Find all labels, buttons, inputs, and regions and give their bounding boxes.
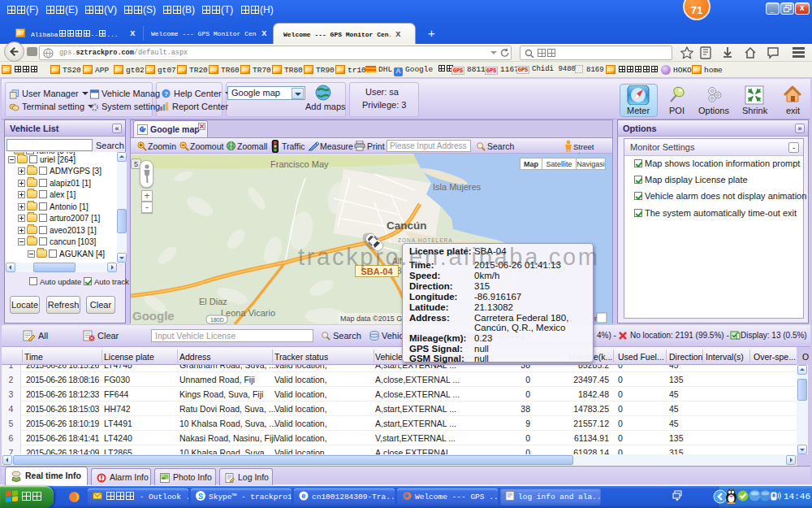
svg-text:Google: Google bbox=[132, 309, 175, 323]
svg-text:Francisco May: Francisco May bbox=[270, 159, 329, 169]
svg-text:Cancún: Cancún bbox=[387, 219, 427, 232]
svg-text:Isla Mujeres: Isla Mujeres bbox=[433, 182, 482, 192]
svg-text:ZONA HOTELERA: ZONA HOTELERA bbox=[398, 237, 453, 243]
svg-text:e: e bbox=[301, 493, 305, 501]
svg-text:Leona Vicario: Leona Vicario bbox=[221, 308, 275, 318]
svg-text:S: S bbox=[198, 493, 203, 501]
svg-text:180D: 180D bbox=[210, 317, 224, 323]
svg-text:?: ? bbox=[164, 90, 168, 98]
svg-text:El Diaz: El Diaz bbox=[199, 297, 227, 306]
